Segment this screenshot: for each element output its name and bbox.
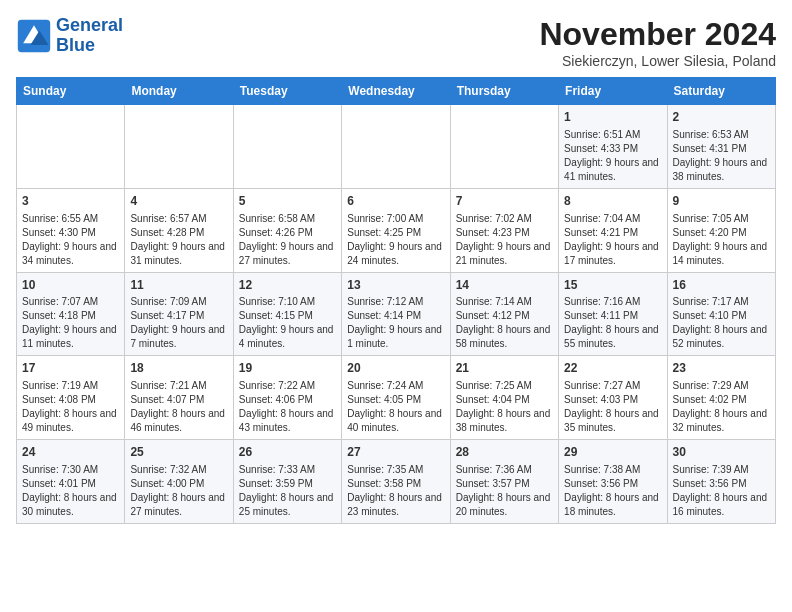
day-info: Sunrise: 7:22 AM Sunset: 4:06 PM Dayligh… xyxy=(239,379,336,435)
day-info: Sunrise: 7:38 AM Sunset: 3:56 PM Dayligh… xyxy=(564,463,661,519)
day-cell: 4Sunrise: 6:57 AM Sunset: 4:28 PM Daylig… xyxy=(125,188,233,272)
week-row-1: 1Sunrise: 6:51 AM Sunset: 4:33 PM Daylig… xyxy=(17,105,776,189)
day-number: 1 xyxy=(564,109,661,126)
day-info: Sunrise: 7:39 AM Sunset: 3:56 PM Dayligh… xyxy=(673,463,770,519)
day-info: Sunrise: 7:35 AM Sunset: 3:58 PM Dayligh… xyxy=(347,463,444,519)
weekday-header-row: SundayMondayTuesdayWednesdayThursdayFrid… xyxy=(17,78,776,105)
week-row-3: 10Sunrise: 7:07 AM Sunset: 4:18 PM Dayli… xyxy=(17,272,776,356)
day-number: 12 xyxy=(239,277,336,294)
weekday-header-thursday: Thursday xyxy=(450,78,558,105)
day-info: Sunrise: 7:24 AM Sunset: 4:05 PM Dayligh… xyxy=(347,379,444,435)
day-cell: 18Sunrise: 7:21 AM Sunset: 4:07 PM Dayli… xyxy=(125,356,233,440)
weekday-header-friday: Friday xyxy=(559,78,667,105)
day-number: 9 xyxy=(673,193,770,210)
day-cell: 14Sunrise: 7:14 AM Sunset: 4:12 PM Dayli… xyxy=(450,272,558,356)
day-info: Sunrise: 7:30 AM Sunset: 4:01 PM Dayligh… xyxy=(22,463,119,519)
day-info: Sunrise: 6:57 AM Sunset: 4:28 PM Dayligh… xyxy=(130,212,227,268)
location-subtitle: Siekierczyn, Lower Silesia, Poland xyxy=(539,53,776,69)
day-number: 2 xyxy=(673,109,770,126)
day-cell: 10Sunrise: 7:07 AM Sunset: 4:18 PM Dayli… xyxy=(17,272,125,356)
day-cell: 29Sunrise: 7:38 AM Sunset: 3:56 PM Dayli… xyxy=(559,440,667,524)
day-info: Sunrise: 7:07 AM Sunset: 4:18 PM Dayligh… xyxy=(22,295,119,351)
logo-line2: Blue xyxy=(56,36,123,56)
weekday-header-wednesday: Wednesday xyxy=(342,78,450,105)
day-info: Sunrise: 7:14 AM Sunset: 4:12 PM Dayligh… xyxy=(456,295,553,351)
day-cell xyxy=(17,105,125,189)
day-number: 16 xyxy=(673,277,770,294)
day-number: 6 xyxy=(347,193,444,210)
day-cell: 11Sunrise: 7:09 AM Sunset: 4:17 PM Dayli… xyxy=(125,272,233,356)
day-number: 8 xyxy=(564,193,661,210)
week-row-2: 3Sunrise: 6:55 AM Sunset: 4:30 PM Daylig… xyxy=(17,188,776,272)
day-info: Sunrise: 7:27 AM Sunset: 4:03 PM Dayligh… xyxy=(564,379,661,435)
day-number: 26 xyxy=(239,444,336,461)
day-number: 7 xyxy=(456,193,553,210)
day-cell: 12Sunrise: 7:10 AM Sunset: 4:15 PM Dayli… xyxy=(233,272,341,356)
day-info: Sunrise: 7:09 AM Sunset: 4:17 PM Dayligh… xyxy=(130,295,227,351)
day-number: 21 xyxy=(456,360,553,377)
day-number: 23 xyxy=(673,360,770,377)
header: General Blue November 2024 Siekierczyn, … xyxy=(16,16,776,69)
day-cell: 6Sunrise: 7:00 AM Sunset: 4:25 PM Daylig… xyxy=(342,188,450,272)
week-row-5: 24Sunrise: 7:30 AM Sunset: 4:01 PM Dayli… xyxy=(17,440,776,524)
day-number: 29 xyxy=(564,444,661,461)
day-cell: 9Sunrise: 7:05 AM Sunset: 4:20 PM Daylig… xyxy=(667,188,775,272)
day-cell: 3Sunrise: 6:55 AM Sunset: 4:30 PM Daylig… xyxy=(17,188,125,272)
weekday-header-saturday: Saturday xyxy=(667,78,775,105)
day-info: Sunrise: 7:17 AM Sunset: 4:10 PM Dayligh… xyxy=(673,295,770,351)
day-cell: 30Sunrise: 7:39 AM Sunset: 3:56 PM Dayli… xyxy=(667,440,775,524)
day-cell: 20Sunrise: 7:24 AM Sunset: 4:05 PM Dayli… xyxy=(342,356,450,440)
day-info: Sunrise: 7:32 AM Sunset: 4:00 PM Dayligh… xyxy=(130,463,227,519)
day-cell: 2Sunrise: 6:53 AM Sunset: 4:31 PM Daylig… xyxy=(667,105,775,189)
day-info: Sunrise: 7:02 AM Sunset: 4:23 PM Dayligh… xyxy=(456,212,553,268)
weekday-header-tuesday: Tuesday xyxy=(233,78,341,105)
day-cell: 28Sunrise: 7:36 AM Sunset: 3:57 PM Dayli… xyxy=(450,440,558,524)
day-number: 18 xyxy=(130,360,227,377)
day-cell: 19Sunrise: 7:22 AM Sunset: 4:06 PM Dayli… xyxy=(233,356,341,440)
day-cell: 13Sunrise: 7:12 AM Sunset: 4:14 PM Dayli… xyxy=(342,272,450,356)
day-info: Sunrise: 7:04 AM Sunset: 4:21 PM Dayligh… xyxy=(564,212,661,268)
day-cell: 25Sunrise: 7:32 AM Sunset: 4:00 PM Dayli… xyxy=(125,440,233,524)
weekday-header-sunday: Sunday xyxy=(17,78,125,105)
title-area: November 2024 Siekierczyn, Lower Silesia… xyxy=(539,16,776,69)
day-info: Sunrise: 7:19 AM Sunset: 4:08 PM Dayligh… xyxy=(22,379,119,435)
day-cell: 16Sunrise: 7:17 AM Sunset: 4:10 PM Dayli… xyxy=(667,272,775,356)
day-info: Sunrise: 6:58 AM Sunset: 4:26 PM Dayligh… xyxy=(239,212,336,268)
day-cell: 1Sunrise: 6:51 AM Sunset: 4:33 PM Daylig… xyxy=(559,105,667,189)
day-cell xyxy=(233,105,341,189)
day-cell: 22Sunrise: 7:27 AM Sunset: 4:03 PM Dayli… xyxy=(559,356,667,440)
day-cell: 15Sunrise: 7:16 AM Sunset: 4:11 PM Dayli… xyxy=(559,272,667,356)
day-number: 4 xyxy=(130,193,227,210)
logo-text: General Blue xyxy=(56,16,123,56)
weekday-header-monday: Monday xyxy=(125,78,233,105)
day-cell: 17Sunrise: 7:19 AM Sunset: 4:08 PM Dayli… xyxy=(17,356,125,440)
day-number: 20 xyxy=(347,360,444,377)
day-cell: 27Sunrise: 7:35 AM Sunset: 3:58 PM Dayli… xyxy=(342,440,450,524)
logo-icon xyxy=(16,18,52,54)
day-cell xyxy=(125,105,233,189)
day-info: Sunrise: 6:51 AM Sunset: 4:33 PM Dayligh… xyxy=(564,128,661,184)
day-cell: 21Sunrise: 7:25 AM Sunset: 4:04 PM Dayli… xyxy=(450,356,558,440)
day-number: 14 xyxy=(456,277,553,294)
day-info: Sunrise: 7:21 AM Sunset: 4:07 PM Dayligh… xyxy=(130,379,227,435)
day-info: Sunrise: 7:00 AM Sunset: 4:25 PM Dayligh… xyxy=(347,212,444,268)
day-info: Sunrise: 7:29 AM Sunset: 4:02 PM Dayligh… xyxy=(673,379,770,435)
day-number: 10 xyxy=(22,277,119,294)
day-cell: 7Sunrise: 7:02 AM Sunset: 4:23 PM Daylig… xyxy=(450,188,558,272)
day-info: Sunrise: 7:10 AM Sunset: 4:15 PM Dayligh… xyxy=(239,295,336,351)
day-info: Sunrise: 6:53 AM Sunset: 4:31 PM Dayligh… xyxy=(673,128,770,184)
day-number: 30 xyxy=(673,444,770,461)
day-cell: 23Sunrise: 7:29 AM Sunset: 4:02 PM Dayli… xyxy=(667,356,775,440)
day-number: 25 xyxy=(130,444,227,461)
day-number: 17 xyxy=(22,360,119,377)
day-info: Sunrise: 7:33 AM Sunset: 3:59 PM Dayligh… xyxy=(239,463,336,519)
day-number: 13 xyxy=(347,277,444,294)
day-number: 22 xyxy=(564,360,661,377)
logo-line1: General xyxy=(56,16,123,36)
logo: General Blue xyxy=(16,16,123,56)
day-info: Sunrise: 7:05 AM Sunset: 4:20 PM Dayligh… xyxy=(673,212,770,268)
day-info: Sunrise: 7:16 AM Sunset: 4:11 PM Dayligh… xyxy=(564,295,661,351)
day-number: 24 xyxy=(22,444,119,461)
day-number: 15 xyxy=(564,277,661,294)
calendar-table: SundayMondayTuesdayWednesdayThursdayFrid… xyxy=(16,77,776,524)
